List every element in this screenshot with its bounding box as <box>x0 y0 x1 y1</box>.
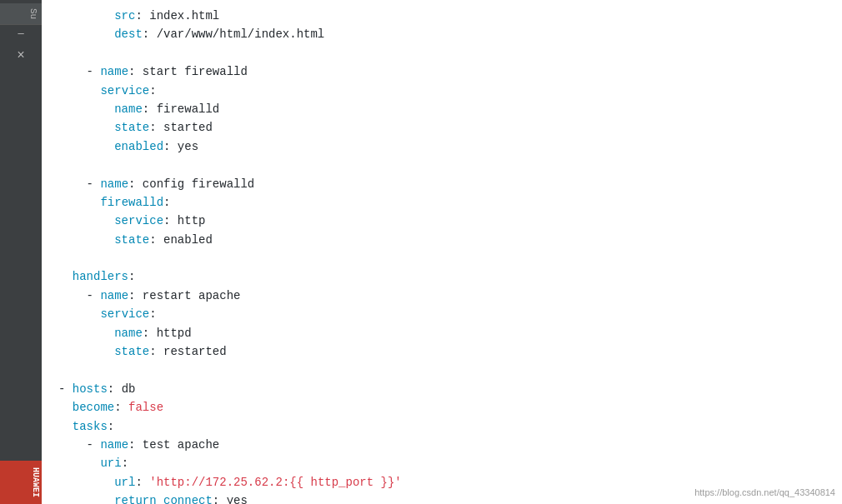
line: - hosts: db <box>58 380 825 398</box>
yaml-dash: - <box>87 438 101 452</box>
code-area[interactable]: src: index.html dest: /var/www/html/inde… <box>42 0 842 504</box>
yaml-value: restarted <box>163 345 227 358</box>
yaml-indent <box>58 9 114 22</box>
yaml-value: yes <box>227 494 248 504</box>
yaml-indent <box>58 494 114 504</box>
line: firewalld: <box>58 193 825 212</box>
yaml-indent <box>58 457 100 470</box>
yaml-dash: - <box>87 177 101 191</box>
editor-container: Su — × HUAWEI src: index.html dest: /var… <box>0 0 842 504</box>
yaml-indent <box>58 214 114 227</box>
yaml-colon: : <box>149 233 163 247</box>
yaml-value: index.html <box>149 9 219 22</box>
yaml-colon: : <box>108 382 122 396</box>
yaml-colon: : <box>213 494 227 504</box>
yaml-string-value: 'http://172.25.62.2:{{ http_port }}' <box>149 476 401 489</box>
yaml-value: enabled <box>163 233 213 247</box>
yaml-colon: : <box>128 65 143 78</box>
yaml-key: src <box>114 9 135 22</box>
yaml-key: enabled <box>114 140 163 153</box>
yaml-value: http <box>178 214 206 227</box>
yaml-colon: : <box>163 214 178 227</box>
yaml-key: hosts <box>73 382 108 396</box>
yaml-colon: : <box>163 196 170 209</box>
yaml-key: state <box>114 233 149 247</box>
yaml-key: service <box>100 307 149 321</box>
line: dest: /var/www/html/index.html <box>58 25 825 43</box>
sidebar-close-icon[interactable]: — <box>0 25 42 43</box>
yaml-key: name <box>100 65 128 78</box>
yaml-bool-value: false <box>128 401 163 414</box>
yaml-indent <box>58 27 114 41</box>
yaml-colon: : <box>143 327 157 340</box>
line: state: enabled <box>58 231 825 249</box>
line: - name: restart apache <box>58 287 825 305</box>
line <box>58 249 825 267</box>
yaml-value: /var/www/html/index.html <box>157 27 325 41</box>
yaml-indent <box>58 327 114 340</box>
line: name: firewalld <box>58 100 825 118</box>
line <box>58 361 825 379</box>
yaml-colon: : <box>135 476 149 489</box>
yaml-indent <box>58 420 73 433</box>
sidebar-x-icon[interactable]: × <box>0 43 42 68</box>
line: src: index.html <box>58 7 825 25</box>
line: tasks: <box>58 417 825 436</box>
yaml-root-dash: - <box>58 382 73 396</box>
yaml-key: uri <box>100 457 121 470</box>
yaml-indent <box>58 438 87 452</box>
line: enabled: yes <box>58 137 825 156</box>
yaml-key: name <box>100 438 128 452</box>
yaml-indent <box>58 102 114 116</box>
yaml-value: test apache <box>143 438 219 452</box>
line: - name: test apache <box>58 436 825 454</box>
yaml-indent <box>58 270 73 283</box>
yaml-colon: : <box>114 401 128 414</box>
yaml-dash: - <box>87 65 101 78</box>
watermark: https://blog.csdn.net/qq_43340814 <box>694 487 835 497</box>
yaml-indent <box>58 233 114 247</box>
yaml-colon: : <box>128 289 143 302</box>
yaml-colon: : <box>122 457 128 470</box>
yaml-key: name <box>100 289 128 302</box>
yaml-colon: : <box>143 27 157 41</box>
line: service: <box>58 305 825 323</box>
line: service: http <box>58 212 825 230</box>
line: - name: config firewalld <box>58 175 825 193</box>
line: service: <box>58 82 825 100</box>
yaml-value: httpd <box>157 327 192 340</box>
line: name: httpd <box>58 324 825 342</box>
yaml-indent <box>58 121 114 134</box>
yaml-colon: : <box>135 9 149 22</box>
yaml-dash: - <box>87 289 101 302</box>
yaml-key: state <box>114 121 149 134</box>
yaml-value: restart apache <box>143 289 241 302</box>
yaml-key: url <box>114 476 135 489</box>
yaml-value: firewalld <box>157 102 220 116</box>
yaml-colon: : <box>143 102 157 116</box>
yaml-indent <box>58 65 87 78</box>
line: - name: start firewalld <box>58 62 825 81</box>
yaml-key: service <box>100 84 149 97</box>
yaml-key: dest <box>114 27 143 41</box>
yaml-value: start firewalld <box>143 65 248 78</box>
yaml-indent <box>58 289 87 302</box>
sidebar-tab[interactable]: Su <box>0 3 42 25</box>
yaml-indent <box>58 177 87 191</box>
yaml-colon: : <box>163 140 178 153</box>
yaml-indent <box>58 140 114 153</box>
sidebar-brand: HUAWEI <box>0 461 42 504</box>
yaml-indent <box>58 345 114 358</box>
yaml-key: name <box>100 177 128 191</box>
yaml-value: db <box>122 382 136 396</box>
yaml-key: return_connect <box>114 494 213 504</box>
code-content: src: index.html dest: /var/www/html/inde… <box>42 0 842 504</box>
line <box>58 44 825 62</box>
yaml-value: started <box>163 121 213 134</box>
yaml-colon: : <box>128 177 143 191</box>
yaml-key: tasks <box>73 420 108 433</box>
yaml-key: firewalld <box>100 196 163 209</box>
yaml-value: config firewalld <box>143 177 254 191</box>
yaml-key: become <box>73 401 114 414</box>
line: handlers: <box>58 267 825 286</box>
